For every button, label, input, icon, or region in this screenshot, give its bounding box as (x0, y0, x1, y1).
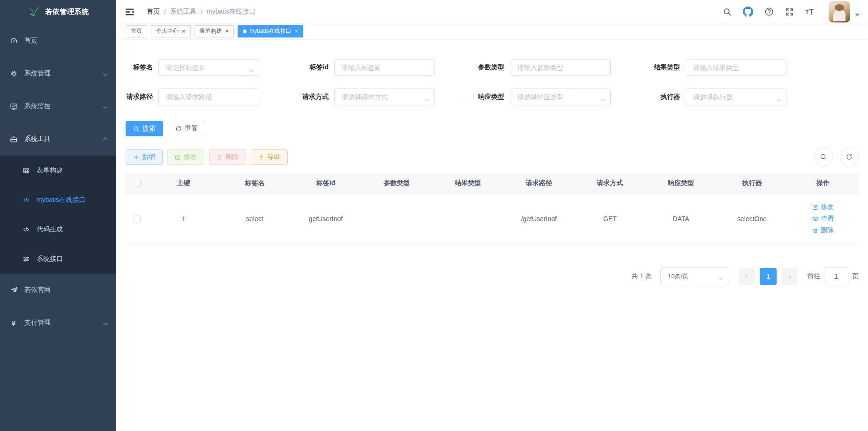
cell-actions: 修改 查看 (787, 193, 859, 245)
sidebar-toggle-hamburger-icon[interactable] (125, 7, 135, 17)
tag-tab-bar: 首页 个人中心 × 表单构建 × mybatis在线接口 × (116, 23, 868, 39)
param-type-input[interactable] (510, 59, 611, 76)
prev-page-button[interactable] (739, 268, 755, 285)
result-type-input[interactable] (686, 59, 786, 76)
refresh-icon (846, 153, 853, 161)
gear-icon (9, 69, 18, 78)
search-button[interactable]: 搜索 (126, 121, 163, 136)
sidebar-item-system-tools[interactable]: 系统工具 (0, 123, 116, 156)
magnifier-icon (820, 153, 827, 161)
refresh-table-button[interactable] (840, 148, 859, 166)
column-header-tag-name: 标签名 (219, 173, 291, 193)
sidebar-item-home[interactable]: 首页 (0, 24, 116, 57)
cell-result-type (432, 193, 503, 245)
tab-label: 首页 (131, 27, 142, 35)
sidebar-item-label: 系统工具 (24, 135, 51, 143)
sidebar-item-system-monitor[interactable]: 系统监控 (0, 90, 116, 123)
leaf-logo-icon (28, 6, 41, 17)
request-path-input[interactable] (158, 89, 259, 105)
sidebar-item-system-api[interactable]: 系统接口 (0, 244, 116, 274)
tab-home[interactable]: 首页 (126, 25, 147, 37)
avatar[interactable] (829, 1, 850, 22)
tag-name-select[interactable] (158, 59, 259, 76)
sidebar-item-label: mybatis在线接口 (37, 196, 85, 204)
breadcrumb-current: mybatis在线接口 (207, 7, 255, 16)
page-size-select[interactable] (660, 268, 728, 285)
app-title: 若依管理系统 (45, 7, 89, 16)
filter-label: 结果类型 (653, 63, 686, 72)
github-icon[interactable] (743, 7, 753, 17)
goto-page-input[interactable] (824, 268, 848, 285)
next-page-button[interactable] (781, 268, 797, 285)
dashboard-icon (9, 37, 18, 45)
filter-label: 参数类型 (477, 63, 510, 72)
tab-profile[interactable]: 个人中心 × (151, 25, 191, 37)
svg-text:T: T (806, 10, 809, 15)
cell-param-type (361, 193, 433, 245)
breadcrumb-system-tools[interactable]: 系统工具 (170, 7, 196, 16)
export-button[interactable]: 导出 (251, 149, 288, 165)
help-icon[interactable] (764, 7, 774, 16)
close-icon[interactable]: × (295, 28, 299, 34)
sidebar-item-official-site[interactable]: 若依官网 (0, 274, 116, 306)
tab-form-builder[interactable]: 表单构建 × (195, 25, 234, 37)
paper-plane-icon (9, 286, 18, 294)
row-checkbox[interactable] (134, 216, 141, 223)
pagination-total: 共 1 条 (631, 272, 652, 281)
filter-label: 请求方式 (301, 93, 334, 101)
reset-button[interactable]: 重置 (168, 121, 205, 136)
select-all-checkbox[interactable] (134, 180, 141, 187)
column-header-id: 主键 (148, 173, 219, 193)
magnifier-icon (133, 126, 140, 132)
chevron-down-icon (104, 319, 107, 327)
row-delete-link[interactable]: 删除 (812, 226, 834, 235)
column-header-executor: 执行器 (717, 173, 788, 193)
sidebar-item-code-generation[interactable]: 代码生成 (0, 215, 116, 244)
sidebar: 若依管理系统 首页 系统管理 (0, 0, 116, 431)
table-row[interactable]: 1 select getUserInof /getUserInof GET DA… (126, 193, 859, 245)
tab-label: mybatis在线接口 (249, 27, 291, 35)
breadcrumb-separator: / (164, 8, 166, 15)
sidebar-item-label: 若依官网 (24, 286, 51, 294)
row-edit-link[interactable]: 修改 (812, 203, 834, 211)
delete-button[interactable]: 删除 (209, 149, 246, 165)
sidebar-item-mybatis-online-api[interactable]: mybatis在线接口 (0, 185, 116, 215)
pagination: 共 1 条 1 前往 页 (126, 268, 859, 285)
add-button[interactable]: 新增 (126, 149, 163, 165)
page-number-button[interactable]: 1 (760, 268, 777, 285)
column-header-tag-id: 标签id (290, 173, 361, 193)
tag-id-input[interactable] (334, 59, 435, 76)
caret-down-icon[interactable] (855, 14, 860, 16)
edit-icon (812, 204, 818, 210)
breadcrumb-home[interactable]: 首页 (147, 7, 160, 16)
app-logo[interactable]: 若依管理系统 (0, 0, 116, 23)
close-icon[interactable]: × (225, 28, 229, 34)
column-header-request-method: 请求方式 (575, 173, 646, 193)
table-icon (22, 166, 30, 174)
svg-text:T: T (809, 8, 814, 16)
tab-label: 个人中心 (156, 27, 179, 35)
toggle-search-button[interactable] (814, 148, 833, 166)
search-icon[interactable] (723, 7, 732, 16)
sidebar-item-label: 系统接口 (37, 255, 63, 263)
yen-icon: ¥ (9, 319, 18, 327)
row-view-link[interactable]: 查看 (812, 215, 834, 223)
filter-item-request-path: 请求路径 (126, 89, 259, 105)
tab-mybatis-online-api[interactable]: mybatis在线接口 × (238, 25, 303, 37)
sidebar-item-system-mgmt[interactable]: 系统管理 (0, 57, 116, 90)
download-icon (258, 154, 264, 160)
sidebar-item-form-builder[interactable]: 表单构建 (0, 156, 116, 185)
font-size-icon[interactable]: T T (805, 7, 816, 17)
edit-button[interactable]: 修改 (167, 149, 204, 165)
sidebar-item-payment-mgmt[interactable]: ¥ 支付管理 (0, 306, 116, 339)
fullscreen-icon[interactable] (785, 7, 794, 16)
column-header-actions: 操作 (787, 173, 859, 193)
table-toolbar: 新增 修改 (126, 148, 859, 166)
executor-select[interactable] (686, 89, 786, 105)
code-icon (22, 196, 30, 204)
close-icon[interactable]: × (182, 28, 186, 34)
filter-item-tag-name: 标签名 (126, 59, 259, 76)
request-method-select[interactable] (334, 89, 435, 105)
filter-label: 执行器 (653, 93, 686, 101)
response-type-select[interactable] (510, 89, 611, 105)
